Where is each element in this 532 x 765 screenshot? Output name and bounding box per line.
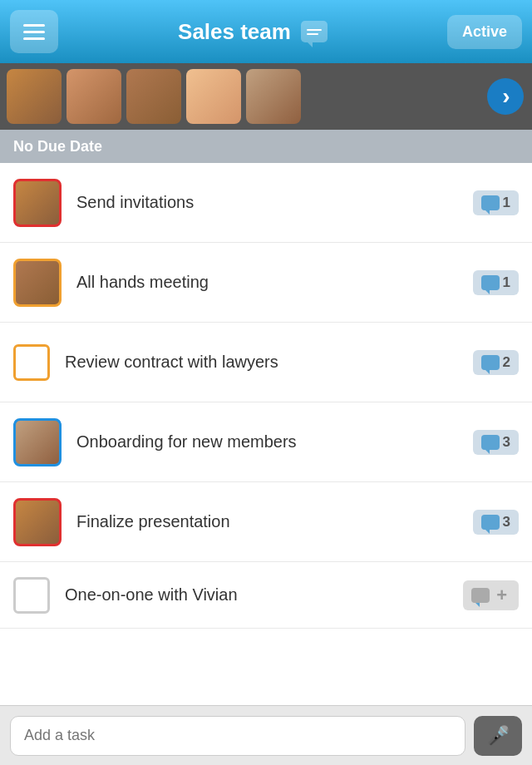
task-label-2: All hands meeting bbox=[76, 273, 473, 292]
comment-bubble-icon bbox=[481, 195, 500, 210]
comment-bubble-icon bbox=[481, 515, 500, 530]
comment-bubble-icon bbox=[481, 355, 500, 370]
strip-avatar-2[interactable] bbox=[66, 69, 121, 124]
header-title-area: Sales team bbox=[178, 19, 328, 45]
bottom-bar: 🎤 bbox=[0, 705, 532, 765]
task-row[interactable]: All hands meeting 1 bbox=[0, 243, 532, 323]
comment-badge-1: 1 bbox=[473, 190, 519, 215]
app-header: Sales team Active bbox=[0, 0, 532, 63]
comment-plus-6: + bbox=[493, 585, 510, 606]
mic-icon: 🎤 bbox=[487, 725, 510, 747]
comment-badge-4: 3 bbox=[473, 430, 519, 455]
strip-avatar-1[interactable] bbox=[7, 69, 62, 124]
chat-bubble-icon bbox=[307, 29, 322, 35]
task-comment-5: 3 bbox=[473, 510, 519, 535]
active-button[interactable]: Active bbox=[447, 15, 522, 49]
comment-bubble-icon bbox=[481, 275, 500, 290]
task-comment-2: 1 bbox=[473, 270, 519, 295]
strip-avatar-4[interactable] bbox=[186, 69, 241, 124]
menu-button[interactable] bbox=[10, 10, 58, 53]
comment-badge-2: 1 bbox=[473, 270, 519, 295]
task-checkbox-3[interactable] bbox=[13, 344, 50, 381]
comment-count-4: 3 bbox=[503, 434, 510, 451]
task-avatar-5 bbox=[13, 498, 62, 546]
comment-badge-5: 3 bbox=[473, 510, 519, 535]
task-row[interactable]: Finalize presentation 3 bbox=[0, 482, 532, 562]
task-comment-4: 3 bbox=[473, 430, 519, 455]
comment-count-1: 1 bbox=[503, 195, 510, 211]
comment-count-2: 1 bbox=[503, 274, 510, 291]
task-avatar-4 bbox=[13, 418, 62, 466]
comment-badge-6: + bbox=[463, 580, 519, 610]
mic-button[interactable]: 🎤 bbox=[474, 716, 522, 756]
task-comment-3: 2 bbox=[473, 350, 519, 375]
task-comment-6: + bbox=[463, 580, 519, 610]
comment-badge-3: 2 bbox=[473, 350, 519, 375]
strip-avatar-5[interactable] bbox=[246, 69, 301, 124]
comment-bubble-icon bbox=[471, 588, 490, 603]
strip-next-button[interactable] bbox=[487, 78, 524, 115]
task-label-3: Review contract with lawyers bbox=[65, 353, 473, 372]
task-row[interactable]: Review contract with lawyers 2 bbox=[0, 323, 532, 402]
task-avatar-1 bbox=[13, 179, 62, 227]
avatar-strip bbox=[0, 63, 532, 130]
task-label-5: Finalize presentation bbox=[76, 512, 473, 531]
comment-count-3: 2 bbox=[503, 354, 510, 371]
task-checkbox-6[interactable] bbox=[13, 577, 50, 614]
task-label-1: Send invitations bbox=[76, 193, 473, 212]
chat-icon-button[interactable] bbox=[301, 21, 328, 42]
strip-avatar-3[interactable] bbox=[126, 69, 181, 124]
page-title: Sales team bbox=[178, 19, 291, 45]
task-label-4: Onboarding for new members bbox=[76, 432, 473, 452]
task-comment-1: 1 bbox=[473, 190, 519, 215]
comment-bubble-icon bbox=[481, 435, 500, 450]
task-avatar-2 bbox=[13, 259, 62, 307]
add-task-input[interactable] bbox=[10, 716, 466, 756]
comment-count-5: 3 bbox=[503, 514, 510, 531]
task-row[interactable]: One-on-one with Vivian + bbox=[0, 562, 532, 629]
task-row[interactable]: Send invitations 1 bbox=[0, 163, 532, 243]
section-label: No Due Date bbox=[13, 138, 102, 155]
task-label-6: One-on-one with Vivian bbox=[65, 585, 463, 605]
menu-icon bbox=[23, 24, 45, 40]
task-row[interactable]: Onboarding for new members 3 bbox=[0, 402, 532, 482]
section-header: No Due Date bbox=[0, 130, 532, 163]
task-list: Send invitations 1 All hands meeting 1 R… bbox=[0, 163, 532, 629]
